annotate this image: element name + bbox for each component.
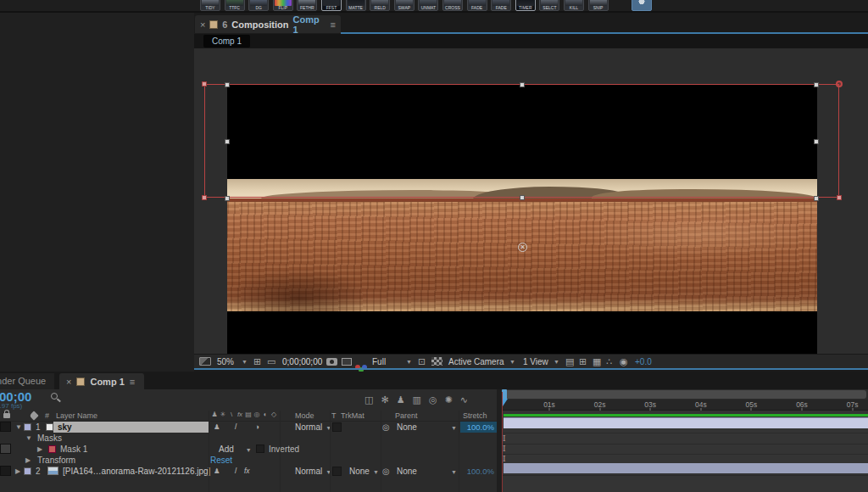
trkmat-toggle[interactable] [332, 422, 342, 432]
hide-shy-layers-icon[interactable]: ♟ [397, 394, 405, 405]
motion-blur-icon[interactable]: ◎ [429, 394, 437, 405]
grid-guides-icon[interactable]: ⊞ [253, 356, 261, 366]
shy-icon[interactable]: ♟ [211, 411, 218, 418]
trkmat-toggle[interactable] [332, 467, 342, 476]
snapshot-icon[interactable] [326, 358, 337, 366]
layout-dropdown-arrow[interactable]: ▼ [554, 359, 559, 365]
mask-visibility-icon[interactable]: ▭ [267, 356, 275, 366]
layer2-duration-bar[interactable] [504, 463, 868, 473]
disclosure-triangle[interactable]: ▶ [37, 444, 42, 455]
layer-selection-box[interactable] [204, 84, 839, 198]
composition-viewer[interactable]: ✕ [194, 48, 868, 354]
toolbar-button-swap-8[interactable]: SWAP [394, 0, 415, 11]
toolbar-button-fethr-4[interactable]: FETHR [297, 0, 317, 11]
masks-group-row[interactable]: ▼ Masks [0, 433, 497, 444]
resolution-value[interactable]: Full [372, 357, 386, 366]
view-layout-value[interactable]: 1 View [523, 357, 548, 366]
disclosure-triangle[interactable]: ▼ [15, 422, 22, 433]
shy-icon[interactable]: ♟ [214, 466, 220, 477]
time-navigator[interactable] [504, 390, 866, 399]
stretch-column[interactable]: Stretch [463, 411, 487, 420]
stretch-value[interactable]: 100.0% [460, 466, 497, 477]
toolbar-button-kill-15[interactable]: KILL [564, 0, 584, 11]
mask-handle-top-center[interactable] [520, 82, 525, 87]
pixel-aspect-correction-icon[interactable]: ▤ [565, 356, 574, 366]
always-preview-icon[interactable] [199, 357, 211, 366]
stretch-value[interactable]: 100.0% [460, 422, 497, 433]
parent-column[interactable]: Parent [395, 411, 418, 420]
quality-icon[interactable]: \ [228, 411, 235, 418]
layer-name-selected[interactable]: sky [53, 422, 209, 433]
effects-toggle[interactable]: fx [244, 466, 250, 477]
brainstorm-icon[interactable]: ✺ [445, 394, 453, 405]
mask-handle-bottom-center[interactable] [520, 195, 525, 200]
graph-editor-icon[interactable]: ∿ [460, 394, 468, 405]
transform-group-row[interactable]: ▶ Transform Reset [0, 455, 497, 466]
toolbar-button-selct-14[interactable]: SELCT [539, 0, 559, 11]
collapse-transformations-icon[interactable]: ✳ [220, 411, 226, 418]
disclosure-triangle[interactable]: ▶ [25, 455, 31, 466]
mask-name[interactable]: Mask 1 [60, 444, 87, 455]
disclosure-triangle[interactable]: ▶ [15, 466, 20, 477]
viewer-tab-comp1[interactable]: Comp 1 [203, 35, 250, 48]
layer-name[interactable]: [PIA164…anorama-Raw-20121126.jpg] [63, 466, 210, 477]
trkmat-dropdown[interactable]: None▼ [349, 466, 379, 477]
mask-color-swatch[interactable] [48, 445, 56, 453]
toolbar-button-tidy-0[interactable]: TIDY [200, 0, 220, 11]
layer-anchor-point[interactable]: ✕ [518, 243, 527, 252]
mode-dropdown[interactable]: Normal▼ [295, 422, 331, 433]
layer-row-2[interactable]: ▶ 2 [PIA164…anorama-Raw-20121126.jpg] ♟ … [0, 466, 497, 477]
toolbar-button-ttfc-1[interactable]: TTFC [225, 0, 245, 11]
tab-comp1[interactable]: × Comp 1 ≡ [59, 373, 144, 389]
fast-previews-icon[interactable]: ⊞ [579, 356, 587, 366]
viewer-timecode[interactable]: 0;00;00;00 [282, 357, 322, 366]
mask-handle-bottom-right[interactable] [814, 196, 819, 201]
panel-menu-icon[interactable]: ≡ [130, 377, 135, 387]
toolbar-button-ffst-5[interactable]: FFST [321, 0, 342, 11]
mode-column[interactable]: Mode [295, 411, 314, 420]
composition-panel-tab[interactable]: × 6 Composition Comp 1 ≡ [195, 15, 341, 33]
comp-mini-flowchart-icon[interactable]: ◫ [364, 394, 373, 405]
frame-blend-icon[interactable]: ▤ [245, 411, 252, 418]
adjustment-layer-icon[interactable]: ◐ [262, 411, 269, 418]
toolbar-settings-button[interactable] [632, 0, 652, 11]
video-toggle[interactable] [0, 422, 11, 432]
label-color-swatch[interactable] [24, 467, 31, 475]
panel-lock-icon[interactable]: 6 [222, 20, 227, 30]
frame-blending-icon[interactable]: ▥ [413, 394, 421, 405]
mask-handle-mid-left[interactable] [225, 139, 230, 144]
view-camera-value[interactable]: Active Camera [448, 357, 504, 366]
resolution-dropdown-arrow[interactable]: ▼ [406, 359, 412, 365]
quality-toggle[interactable]: / [235, 422, 236, 433]
close-icon[interactable]: × [200, 20, 205, 30]
trkmat-column[interactable]: TrkMat [341, 411, 364, 420]
transform-reset-link[interactable]: Reset [210, 455, 232, 466]
video-toggle[interactable] [0, 466, 11, 476]
magnification-dropdown-arrow[interactable]: ▼ [242, 359, 248, 365]
region-of-interest-icon[interactable]: ⊡ [418, 356, 426, 366]
panel-menu-icon[interactable]: ≡ [331, 20, 336, 30]
magnification-value[interactable]: 50% [217, 357, 234, 366]
draft-3d-icon[interactable]: ✻ [381, 394, 388, 405]
layer-handle-top-right[interactable] [836, 81, 843, 87]
show-snapshot-icon[interactable] [342, 358, 352, 366]
3d-layer-icon[interactable]: ◇ [270, 411, 277, 418]
mask-video-toggle[interactable] [0, 444, 11, 454]
mask-handle-top-left[interactable] [225, 82, 230, 87]
toolbar-button-unmat-9[interactable]: UNMAT [418, 0, 438, 11]
current-time-indicator-line[interactable] [502, 392, 503, 492]
toolbar-button-timer-13[interactable]: TIMER [515, 0, 536, 11]
layer-handle-bottom-left[interactable] [202, 195, 207, 200]
toolbar-button-matte-6[interactable]: MATTE [346, 0, 366, 11]
layer-name-column[interactable]: Layer Name [56, 411, 97, 420]
disclosure-triangle[interactable]: ▼ [25, 433, 32, 444]
toolbar-button-reld-7[interactable]: RELD [370, 0, 390, 11]
quality-toggle[interactable]: / [235, 466, 236, 477]
layer-handle-bottom-right[interactable] [837, 195, 842, 200]
layer1-duration-bar[interactable] [504, 417, 868, 428]
parent-dropdown[interactable]: None▼ [397, 466, 457, 477]
mask-inverted-checkbox[interactable] [256, 444, 264, 453]
lock-column-icon[interactable] [3, 413, 10, 418]
toolbar-button-dg-2[interactable]: DG [248, 0, 269, 11]
mask-mode-dropdown[interactable]: Add▼ [219, 444, 252, 455]
